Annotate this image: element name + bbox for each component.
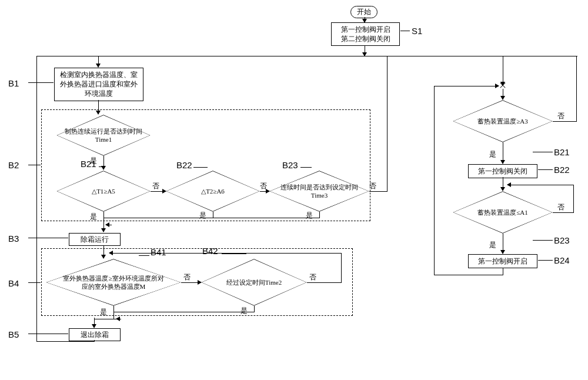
b23r-no-up [573, 185, 574, 213]
b22-no: 否 [260, 181, 267, 191]
b5-to-left [36, 341, 95, 342]
b24r-into-x [434, 86, 499, 86]
b4-leader [28, 282, 41, 283]
b1-leader [28, 82, 54, 83]
b23r-label: B23 [554, 235, 570, 245]
junction-x [500, 82, 506, 88]
b21-inner-decision: △T1≥A5 [56, 171, 151, 212]
b23-no-up [387, 56, 387, 192]
b21-inner-text: △T1≥A5 [92, 187, 115, 195]
merge-to-b3 [103, 225, 104, 232]
b1-text: 检测室内换热器温度、室外换热器进口温度和室外环境温度 [60, 71, 138, 98]
b21r-yes-t: 是 [489, 149, 496, 159]
b42-no-out [307, 282, 341, 283]
right-into-d1 [503, 89, 503, 99]
b21-yes-down [103, 212, 104, 225]
b42-decision: 经过设定时间Time2 [201, 259, 307, 306]
s1-leader [400, 31, 410, 31]
b41-decision: 室外换热器温度≥室外环境温度所对应的室外换热器温度M [46, 259, 181, 306]
main-bus [36, 56, 577, 56]
b21-lead [99, 166, 102, 167]
b42-lead [222, 254, 246, 254]
b1-process: 检测室内换热器温度、室外换热器进口温度和室外环境温度 [54, 68, 143, 101]
b23r-lead [533, 240, 553, 241]
b22r-lead [538, 169, 553, 170]
leftcol-bus [36, 56, 37, 341]
b42-text: 经过设定时间Time2 [226, 278, 282, 286]
b21r-no [553, 121, 576, 122]
b22r-label: B22 [554, 165, 570, 175]
b21r-no-t: 否 [557, 111, 564, 121]
b23-inner-text: 连续时间是否达到设定时间Time3 [277, 183, 362, 200]
b41-no: 否 [183, 272, 191, 282]
arrow-s1-down [365, 45, 365, 56]
b24r-label: B24 [554, 255, 570, 265]
b3-leader [28, 238, 68, 238]
b42-label: B42 [202, 246, 218, 256]
b23r-decision: 蓄热装置温度≤A1 [453, 191, 553, 234]
b23r-no-t: 否 [557, 202, 564, 212]
b22r-text: 第一控制阀关闭 [478, 167, 527, 175]
b21r-label: B21 [554, 147, 570, 157]
b42-yes [254, 306, 255, 312]
b23-inner-decision: 连续时间是否达到设定时间Time3 [269, 171, 369, 212]
b24r-text: 第一控制阀开启 [478, 257, 527, 265]
b22-inner-decision: △T2≥A6 [166, 171, 260, 212]
b4-side-label: B4 [8, 278, 19, 288]
b2-leader [28, 165, 41, 165]
b5-side-label: B5 [8, 329, 19, 339]
b22-yes: 是 [199, 211, 206, 221]
b23r-no-back [509, 185, 574, 185]
s1-label: S1 [412, 26, 422, 36]
b3-process: 除霜运行 [69, 233, 121, 246]
b42-no-up [341, 253, 342, 283]
inner-merge [103, 218, 320, 218]
b4-merge [113, 312, 255, 312]
b42-no: 否 [309, 272, 316, 282]
arrow-start-s1 [365, 17, 365, 22]
s1-process: 第一控制阀开启 第二控制阀关闭 [331, 22, 400, 46]
b21-to-b22 [151, 191, 166, 192]
b23r-yes [503, 234, 503, 254]
b24r-process: 第一控制阀开启 [468, 254, 537, 268]
b1-side-label: B1 [8, 78, 19, 88]
b22-inner-text: △T2≥A6 [201, 187, 225, 195]
b24r-up [434, 86, 435, 275]
b23r-text: 蓄热装置温度≤A1 [477, 208, 527, 216]
b41-lead [139, 255, 149, 256]
b3-side-label: B3 [8, 234, 19, 244]
b2-time1-text: 制热连续运行是否达到时间Time1 [64, 127, 143, 144]
bus-to-right [503, 56, 503, 85]
b41y-to-merge [113, 312, 114, 319]
b23-yes: 是 [306, 211, 313, 221]
b21r-decision: 蓄热装置温度≥A3 [453, 100, 553, 142]
b41-yes-t: 是 [100, 307, 107, 317]
b21r-no-up [576, 56, 577, 122]
b23-inner-label: B23 [282, 160, 298, 170]
b2-side-label: B2 [8, 160, 19, 170]
b23r-no [553, 212, 573, 213]
b24r-lead [538, 260, 553, 261]
b23-lead [300, 167, 312, 168]
b42-no-back [109, 253, 341, 254]
b41-to-b42 [181, 282, 201, 283]
b41-text: 室外换热器温度≥室外环境温度所对应的室外换热器温度M [61, 274, 166, 291]
b22-yes-down [213, 212, 213, 218]
b21-yes: 是 [90, 212, 97, 222]
start-terminator: 开始 [350, 6, 377, 18]
b5-process: 退出除霜 [69, 328, 121, 341]
b21-no: 否 [152, 181, 159, 191]
b23-yes-down [319, 212, 320, 218]
b21r-yes [503, 142, 503, 164]
merge-arrow-in [106, 225, 112, 225]
b21-inner-label: B21 [81, 159, 96, 169]
b21r-text: 蓄热装置温度≥A3 [477, 117, 527, 125]
b23-no: 否 [369, 181, 376, 191]
b5-text: 退出除霜 [81, 331, 109, 339]
s1-line1: 第一控制阀开启 [341, 25, 390, 34]
b23r-yes-t: 是 [489, 240, 496, 250]
b2-time1-yes-arrow [103, 156, 104, 169]
b22r-process: 第一控制阀关闭 [468, 164, 537, 178]
b24r-left [434, 275, 503, 275]
b5-leader [28, 334, 68, 334]
